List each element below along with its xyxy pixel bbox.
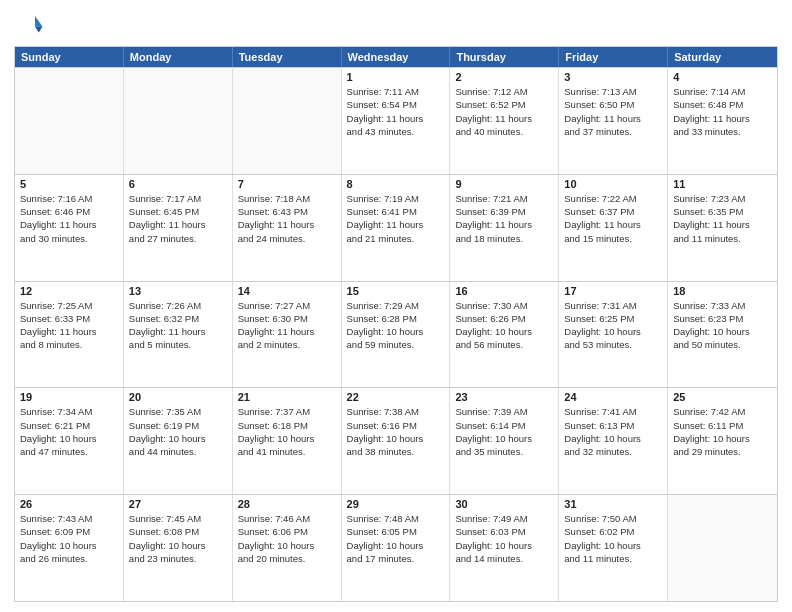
- cell-info: Sunrise: 7:39 AMSunset: 6:14 PMDaylight:…: [455, 405, 553, 458]
- week-row-3: 12Sunrise: 7:25 AMSunset: 6:33 PMDayligh…: [15, 281, 777, 388]
- cal-cell: 9Sunrise: 7:21 AMSunset: 6:39 PMDaylight…: [450, 175, 559, 281]
- day-number: 2: [455, 71, 553, 83]
- cal-cell: 1Sunrise: 7:11 AMSunset: 6:54 PMDaylight…: [342, 68, 451, 174]
- day-number: 4: [673, 71, 772, 83]
- day-number: 9: [455, 178, 553, 190]
- cal-cell: 14Sunrise: 7:27 AMSunset: 6:30 PMDayligh…: [233, 282, 342, 388]
- cell-info: Sunrise: 7:37 AMSunset: 6:18 PMDaylight:…: [238, 405, 336, 458]
- cal-cell: 27Sunrise: 7:45 AMSunset: 6:08 PMDayligh…: [124, 495, 233, 601]
- cal-cell: 24Sunrise: 7:41 AMSunset: 6:13 PMDayligh…: [559, 388, 668, 494]
- cell-info: Sunrise: 7:16 AMSunset: 6:46 PMDaylight:…: [20, 192, 118, 245]
- day-number: 29: [347, 498, 445, 510]
- week-row-1: 1Sunrise: 7:11 AMSunset: 6:54 PMDaylight…: [15, 67, 777, 174]
- day-number: 15: [347, 285, 445, 297]
- cal-cell: 21Sunrise: 7:37 AMSunset: 6:18 PMDayligh…: [233, 388, 342, 494]
- header-day-thursday: Thursday: [450, 47, 559, 67]
- cal-cell: 7Sunrise: 7:18 AMSunset: 6:43 PMDaylight…: [233, 175, 342, 281]
- cell-info: Sunrise: 7:23 AMSunset: 6:35 PMDaylight:…: [673, 192, 772, 245]
- day-number: 27: [129, 498, 227, 510]
- cal-cell: 2Sunrise: 7:12 AMSunset: 6:52 PMDaylight…: [450, 68, 559, 174]
- day-number: 19: [20, 391, 118, 403]
- day-number: 20: [129, 391, 227, 403]
- day-number: 31: [564, 498, 662, 510]
- header: [14, 10, 778, 40]
- day-number: 12: [20, 285, 118, 297]
- cal-cell: [15, 68, 124, 174]
- cell-info: Sunrise: 7:17 AMSunset: 6:45 PMDaylight:…: [129, 192, 227, 245]
- day-number: 3: [564, 71, 662, 83]
- cal-cell: 12Sunrise: 7:25 AMSunset: 6:33 PMDayligh…: [15, 282, 124, 388]
- cal-cell: 18Sunrise: 7:33 AMSunset: 6:23 PMDayligh…: [668, 282, 777, 388]
- cell-info: Sunrise: 7:26 AMSunset: 6:32 PMDaylight:…: [129, 299, 227, 352]
- cal-cell: 3Sunrise: 7:13 AMSunset: 6:50 PMDaylight…: [559, 68, 668, 174]
- day-number: 22: [347, 391, 445, 403]
- day-number: 13: [129, 285, 227, 297]
- day-number: 30: [455, 498, 553, 510]
- cell-info: Sunrise: 7:21 AMSunset: 6:39 PMDaylight:…: [455, 192, 553, 245]
- cal-cell: 22Sunrise: 7:38 AMSunset: 6:16 PMDayligh…: [342, 388, 451, 494]
- day-number: 23: [455, 391, 553, 403]
- cell-info: Sunrise: 7:35 AMSunset: 6:19 PMDaylight:…: [129, 405, 227, 458]
- day-number: 11: [673, 178, 772, 190]
- cal-cell: 30Sunrise: 7:49 AMSunset: 6:03 PMDayligh…: [450, 495, 559, 601]
- header-day-saturday: Saturday: [668, 47, 777, 67]
- page: SundayMondayTuesdayWednesdayThursdayFrid…: [0, 0, 792, 612]
- day-number: 24: [564, 391, 662, 403]
- header-day-tuesday: Tuesday: [233, 47, 342, 67]
- day-number: 14: [238, 285, 336, 297]
- cal-cell: 28Sunrise: 7:46 AMSunset: 6:06 PMDayligh…: [233, 495, 342, 601]
- cell-info: Sunrise: 7:22 AMSunset: 6:37 PMDaylight:…: [564, 192, 662, 245]
- cell-info: Sunrise: 7:30 AMSunset: 6:26 PMDaylight:…: [455, 299, 553, 352]
- week-row-4: 19Sunrise: 7:34 AMSunset: 6:21 PMDayligh…: [15, 387, 777, 494]
- day-number: 5: [20, 178, 118, 190]
- cal-cell: 26Sunrise: 7:43 AMSunset: 6:09 PMDayligh…: [15, 495, 124, 601]
- cal-cell: 19Sunrise: 7:34 AMSunset: 6:21 PMDayligh…: [15, 388, 124, 494]
- day-number: 1: [347, 71, 445, 83]
- cal-cell: 29Sunrise: 7:48 AMSunset: 6:05 PMDayligh…: [342, 495, 451, 601]
- header-day-monday: Monday: [124, 47, 233, 67]
- cell-info: Sunrise: 7:18 AMSunset: 6:43 PMDaylight:…: [238, 192, 336, 245]
- cal-cell: 6Sunrise: 7:17 AMSunset: 6:45 PMDaylight…: [124, 175, 233, 281]
- day-number: 26: [20, 498, 118, 510]
- cell-info: Sunrise: 7:31 AMSunset: 6:25 PMDaylight:…: [564, 299, 662, 352]
- cal-cell: 8Sunrise: 7:19 AMSunset: 6:41 PMDaylight…: [342, 175, 451, 281]
- cell-info: Sunrise: 7:41 AMSunset: 6:13 PMDaylight:…: [564, 405, 662, 458]
- cell-info: Sunrise: 7:11 AMSunset: 6:54 PMDaylight:…: [347, 85, 445, 138]
- cell-info: Sunrise: 7:12 AMSunset: 6:52 PMDaylight:…: [455, 85, 553, 138]
- cell-info: Sunrise: 7:46 AMSunset: 6:06 PMDaylight:…: [238, 512, 336, 565]
- cell-info: Sunrise: 7:19 AMSunset: 6:41 PMDaylight:…: [347, 192, 445, 245]
- cell-info: Sunrise: 7:13 AMSunset: 6:50 PMDaylight:…: [564, 85, 662, 138]
- day-number: 8: [347, 178, 445, 190]
- day-number: 6: [129, 178, 227, 190]
- week-row-2: 5Sunrise: 7:16 AMSunset: 6:46 PMDaylight…: [15, 174, 777, 281]
- day-number: 10: [564, 178, 662, 190]
- cell-info: Sunrise: 7:27 AMSunset: 6:30 PMDaylight:…: [238, 299, 336, 352]
- calendar-header: SundayMondayTuesdayWednesdayThursdayFrid…: [15, 47, 777, 67]
- cal-cell: 20Sunrise: 7:35 AMSunset: 6:19 PMDayligh…: [124, 388, 233, 494]
- cell-info: Sunrise: 7:48 AMSunset: 6:05 PMDaylight:…: [347, 512, 445, 565]
- day-number: 16: [455, 285, 553, 297]
- day-number: 7: [238, 178, 336, 190]
- calendar-body: 1Sunrise: 7:11 AMSunset: 6:54 PMDaylight…: [15, 67, 777, 601]
- week-row-5: 26Sunrise: 7:43 AMSunset: 6:09 PMDayligh…: [15, 494, 777, 601]
- cal-cell: 23Sunrise: 7:39 AMSunset: 6:14 PMDayligh…: [450, 388, 559, 494]
- cell-info: Sunrise: 7:45 AMSunset: 6:08 PMDaylight:…: [129, 512, 227, 565]
- cal-cell: 31Sunrise: 7:50 AMSunset: 6:02 PMDayligh…: [559, 495, 668, 601]
- day-number: 25: [673, 391, 772, 403]
- day-number: 28: [238, 498, 336, 510]
- header-day-sunday: Sunday: [15, 47, 124, 67]
- cal-cell: [124, 68, 233, 174]
- calendar: SundayMondayTuesdayWednesdayThursdayFrid…: [14, 46, 778, 602]
- day-number: 17: [564, 285, 662, 297]
- day-number: 18: [673, 285, 772, 297]
- cell-info: Sunrise: 7:25 AMSunset: 6:33 PMDaylight:…: [20, 299, 118, 352]
- logo: [14, 10, 48, 40]
- cell-info: Sunrise: 7:38 AMSunset: 6:16 PMDaylight:…: [347, 405, 445, 458]
- cal-cell: [668, 495, 777, 601]
- cell-info: Sunrise: 7:33 AMSunset: 6:23 PMDaylight:…: [673, 299, 772, 352]
- svg-marker-1: [35, 27, 43, 33]
- cell-info: Sunrise: 7:43 AMSunset: 6:09 PMDaylight:…: [20, 512, 118, 565]
- cal-cell: 5Sunrise: 7:16 AMSunset: 6:46 PMDaylight…: [15, 175, 124, 281]
- cal-cell: 16Sunrise: 7:30 AMSunset: 6:26 PMDayligh…: [450, 282, 559, 388]
- cell-info: Sunrise: 7:34 AMSunset: 6:21 PMDaylight:…: [20, 405, 118, 458]
